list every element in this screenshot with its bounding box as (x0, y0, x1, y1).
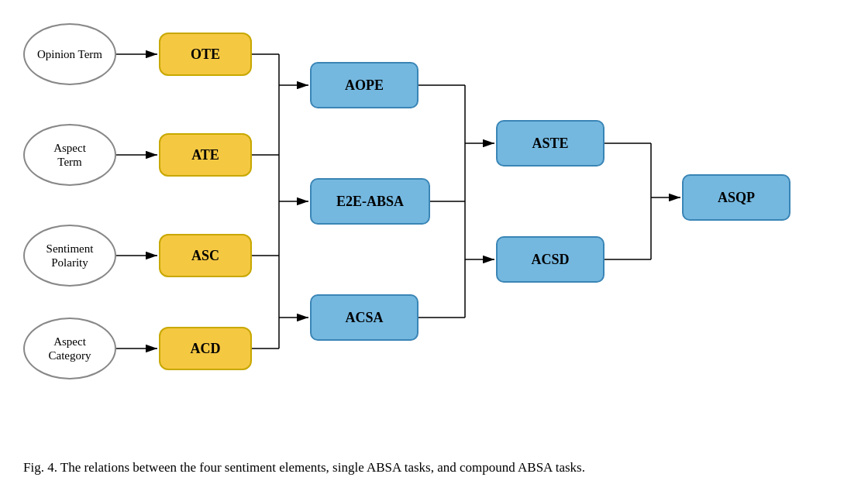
figure-caption: Fig. 4. The relations between the four s… (23, 458, 845, 478)
node-aste: ASTE (496, 120, 604, 167)
diagram-container: Opinion Term AspectTerm SentimentPolarit… (0, 0, 868, 395)
node-e2e-absa: E2E-ABSA (310, 178, 430, 225)
node-acsd: ACSD (496, 236, 604, 283)
node-ote: OTE (159, 33, 252, 76)
oval-sentiment-polarity: SentimentPolarity (23, 225, 116, 287)
node-aope: AOPE (310, 62, 418, 108)
oval-aspect-term: AspectTerm (23, 124, 116, 186)
node-asc: ASC (159, 234, 252, 277)
oval-aspect-category: AspectCategory (23, 318, 116, 379)
node-ate: ATE (159, 133, 252, 177)
node-asqp: ASQP (682, 174, 790, 221)
node-acsa: ACSA (310, 294, 418, 341)
node-acd: ACD (159, 327, 252, 370)
oval-opinion-term: Opinion Term (23, 23, 116, 85)
